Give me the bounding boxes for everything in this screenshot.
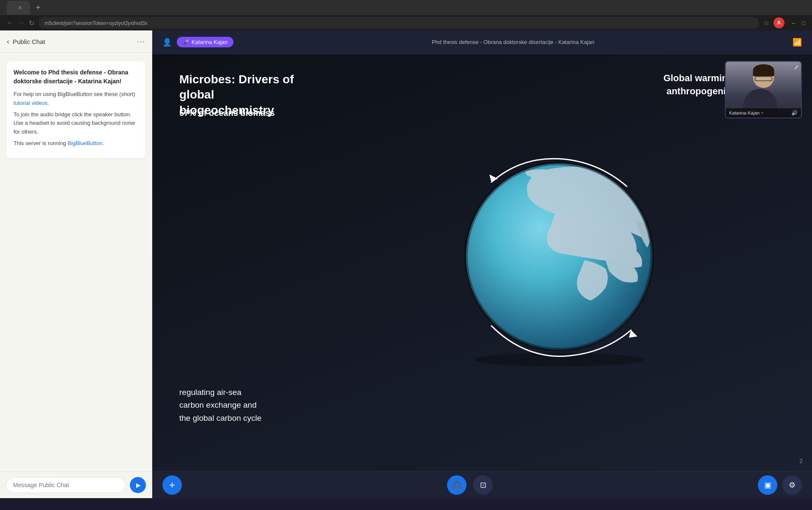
svg-point-0 xyxy=(475,353,644,367)
chat-panel: ‹ Public Chat ⋯ Welcome to Phd thesis de… xyxy=(0,30,152,498)
window-maximize-btn[interactable]: □ xyxy=(802,20,805,26)
webcam-label: Katarina Kajan ~ 🔊 xyxy=(726,108,801,118)
webcam-overlay: Katarina Kajan ~ 🔊 ⤢ xyxy=(725,61,802,118)
nav-reload-icon[interactable]: ↻ xyxy=(29,19,34,27)
server-text: This server is running BigBlueButton. xyxy=(14,139,138,148)
globe-visualization xyxy=(449,148,669,368)
presenter-name: Katarina Kajan xyxy=(192,39,228,45)
headphone-icon: 🎧 xyxy=(452,480,461,490)
new-tab-button[interactable]: + xyxy=(36,3,41,12)
chat-title: Public Chat xyxy=(13,38,45,45)
welcome-message: Welcome to Phd thesis defense - Obrana d… xyxy=(7,61,145,158)
slide-container: Katarina Kajan ~ 🔊 ⤢ Microbes: Drivers o… xyxy=(152,54,812,471)
chat-input-area: ▶ xyxy=(0,472,152,498)
chat-menu-icon[interactable]: ⋯ xyxy=(137,36,145,47)
audio-button[interactable]: 🎧 xyxy=(447,475,466,495)
video-header-left: 👤 🎤 Katarina Kajan xyxy=(162,37,233,47)
presenter-badge: 🎤 Katarina Kajan xyxy=(177,37,233,47)
webcam-expand-icon[interactable]: ⤢ xyxy=(794,64,799,71)
toolbar-left: + xyxy=(162,475,182,495)
screen-icon: ⊡ xyxy=(480,480,486,490)
tutorial-link[interactable]: tutorial videos. xyxy=(14,100,49,106)
screen-share-button[interactable]: ⊡ xyxy=(473,475,493,495)
slide-bottom-left-text: regulating air-sea carbon exchange and t… xyxy=(179,386,261,425)
send-message-button[interactable]: ▶ xyxy=(130,477,146,493)
chat-messages: Welcome to Phd thesis defense - Obrana d… xyxy=(0,53,152,472)
participants-icon[interactable]: 👤 xyxy=(162,38,172,47)
toolbar-right: ▣ ⚙ xyxy=(758,475,802,495)
send-icon: ▶ xyxy=(136,482,141,488)
add-button[interactable]: + xyxy=(162,475,182,495)
toolbar-center: 🎧 ⊡ xyxy=(447,475,493,495)
slide-subtitle: 57% of oceans biomass xyxy=(179,108,275,118)
nav-forward-icon[interactable]: → xyxy=(18,19,25,27)
add-icon: + xyxy=(169,479,175,491)
webcam-audio-icon: 🔊 xyxy=(791,110,798,116)
slide-bg: Microbes: Drivers of globalbiogeochemist… xyxy=(152,54,812,471)
url-bar[interactable]: m5client/join?sessionToken=uyztyol2yxihv… xyxy=(44,20,148,26)
bottom-toolbar: + 🎧 ⊡ ▣ ⚙ xyxy=(152,471,812,498)
bbb-link[interactable]: BigBlueButton. xyxy=(68,140,104,146)
browser-tab[interactable]: ✕ xyxy=(7,1,30,14)
signal-strength-icon: 📶 xyxy=(793,38,802,47)
lock-icon: ⚙ xyxy=(789,480,796,490)
video-header: 👤 🎤 Katarina Kajan Phd thesis defense - … xyxy=(152,30,812,54)
chat-message-input[interactable] xyxy=(6,477,126,493)
welcome-body1: For help on using BigBlueButton see thes… xyxy=(14,90,138,108)
layout-button[interactable]: ▣ xyxy=(758,475,777,495)
bookmark-icon[interactable]: ☆ xyxy=(763,19,769,27)
webcam-name: Katarina Kajan ~ xyxy=(729,110,764,115)
welcome-title: Welcome to Phd thesis defense - Obrana d… xyxy=(14,68,138,86)
svg-marker-5 xyxy=(489,175,498,182)
session-title: Phd thesis defense - Obrana doktorske di… xyxy=(233,39,793,45)
chevron-left-icon: ‹ xyxy=(7,37,9,46)
welcome-body2: To join the audio bridge click the speak… xyxy=(14,110,138,137)
main-content: 👤 🎤 Katarina Kajan Phd thesis defense - … xyxy=(152,30,812,498)
layout-icon: ▣ xyxy=(764,480,771,490)
tab-close-icon[interactable]: ✕ xyxy=(18,5,22,11)
presenter-mic-icon: 🎤 xyxy=(183,39,189,45)
window-minimize-btn[interactable]: – xyxy=(792,20,795,26)
chat-back-button[interactable]: ‹ Public Chat xyxy=(7,37,45,46)
nav-back-icon[interactable]: ← xyxy=(7,19,14,27)
slide-page-number: 2 xyxy=(799,458,803,464)
chat-header: ‹ Public Chat ⋯ xyxy=(0,30,152,53)
settings-button[interactable]: ⚙ xyxy=(782,475,802,495)
profile-icon[interactable]: A xyxy=(774,17,785,28)
